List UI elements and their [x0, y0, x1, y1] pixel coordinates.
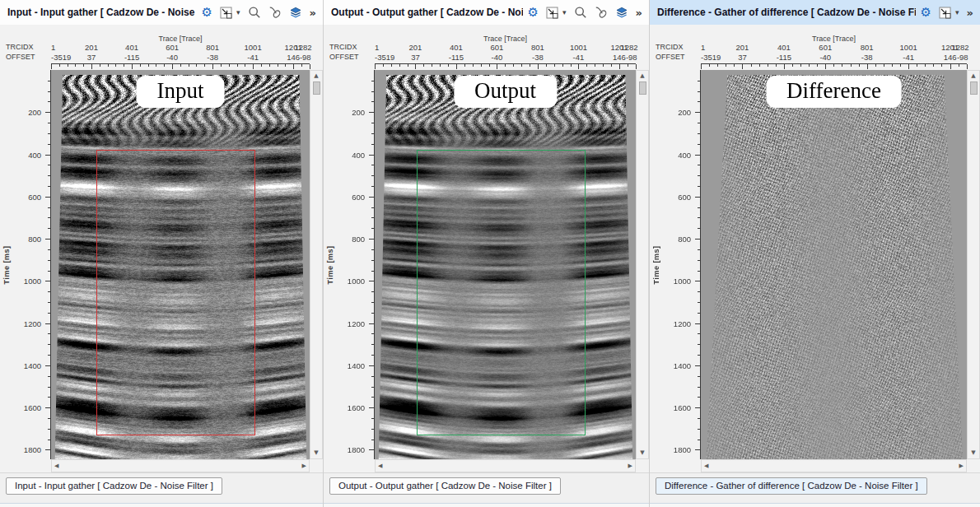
- time-tick-value: 400: [678, 151, 691, 160]
- trcidx-value: 1: [701, 43, 705, 52]
- horizontal-scrollbar[interactable]: ◀ ▶: [701, 459, 967, 472]
- layers-icon[interactable]: [615, 6, 628, 19]
- trcidx-value: 1001: [900, 43, 917, 52]
- gather-panel: Input - Input gather [ Cadzow De - Noise…: [0, 0, 324, 507]
- time-tick-value: 200: [28, 108, 41, 117]
- vertical-scrollbar[interactable]: ▲ ▼: [967, 70, 980, 459]
- trcidx-label: TRCIDX: [329, 43, 357, 51]
- overflow-chevron-icon[interactable]: »: [967, 7, 973, 18]
- offset-value: -3519: [375, 53, 394, 62]
- overflow-chevron-icon[interactable]: »: [636, 7, 642, 18]
- offset-value: -41: [903, 53, 914, 62]
- trcidx-value: 401: [450, 43, 463, 52]
- offset-row: OFFSET -351937-115-40-38-41146-98: [650, 53, 967, 62]
- selection-rectangle: [417, 150, 586, 435]
- zoom-icon[interactable]: [248, 6, 261, 19]
- tab-bar: Input - Input gather [ Cadzow De - Noise…: [0, 472, 323, 507]
- trcidx-value: 201: [409, 43, 422, 52]
- gather-tab[interactable]: Input - Input gather [ Cadzow De - Noise…: [6, 477, 222, 495]
- selection-rectangle: [96, 150, 255, 435]
- offset-value: -115: [449, 53, 464, 62]
- trcidx-value: 201: [85, 43, 98, 52]
- seismic-view[interactable]: Difference: [701, 70, 967, 459]
- gather-label: Output: [454, 76, 557, 108]
- offset-value: -3519: [701, 53, 721, 62]
- offset-value: -98: [957, 53, 968, 62]
- zoom-icon[interactable]: [574, 6, 587, 19]
- scroll-right-icon[interactable]: ▶: [302, 463, 306, 469]
- time-tick-value: 1800: [674, 445, 691, 454]
- gear-icon[interactable]: ⚙: [921, 7, 931, 19]
- scroll-left-icon[interactable]: ◀: [704, 463, 708, 469]
- scroll-down-icon[interactable]: ▼: [314, 450, 318, 456]
- offset-label: OFFSET: [656, 53, 685, 61]
- time-tick-value: 1800: [24, 445, 41, 454]
- gear-icon[interactable]: ⚙: [202, 7, 212, 19]
- horizontal-scrollbar[interactable]: ◀ ▶: [51, 459, 310, 472]
- offset-value: -38: [861, 53, 873, 62]
- trcidx-value: 1282: [294, 43, 311, 52]
- trcidx-value: 1282: [951, 43, 968, 52]
- trace-axis-title: Trace [Trace]: [375, 35, 636, 43]
- time-tick-value: 800: [28, 235, 41, 244]
- trcidx-value: 1001: [245, 43, 262, 52]
- scroll-up-icon[interactable]: ▲: [971, 73, 975, 79]
- offset-label: OFFSET: [329, 53, 359, 61]
- scroll-right-icon[interactable]: ▶: [959, 463, 964, 469]
- trace-axis-title: Trace [Trace]: [51, 35, 310, 43]
- offset-value: -40: [166, 53, 178, 62]
- trcidx-row: TRCIDX 1201401601801100112011282: [0, 43, 310, 52]
- tab-bar: Difference - Gather of difference [ Cadz…: [650, 472, 980, 507]
- trcidx-value: 801: [861, 43, 874, 52]
- horizontal-scrollbar[interactable]: ◀ ▶: [375, 459, 636, 472]
- time-tick-value: 1800: [348, 445, 365, 454]
- layers-icon[interactable]: [289, 6, 302, 19]
- scrollbar-thumb[interactable]: [313, 81, 320, 95]
- select-region-icon[interactable]: [546, 7, 558, 19]
- scroll-up-icon[interactable]: ▲: [314, 73, 318, 79]
- scroll-down-icon[interactable]: ▼: [971, 450, 975, 456]
- time-tick-value: 600: [352, 193, 365, 202]
- vertical-scrollbar[interactable]: ▲ ▼: [636, 70, 649, 459]
- scrollbar-thumb[interactable]: [970, 81, 978, 95]
- time-tick-value: 400: [352, 151, 365, 160]
- time-tick-value: 1400: [674, 361, 691, 370]
- time-tick-value: 1000: [674, 277, 691, 286]
- time-tick-value: 1000: [24, 277, 41, 286]
- pointer-tool-icon[interactable]: [268, 6, 282, 19]
- gather-label: Input: [137, 76, 225, 108]
- offset-value: -115: [777, 53, 791, 62]
- gather-tab[interactable]: Output - Output gather [ Cadzow De - Noi…: [329, 477, 561, 495]
- time-axis: Time [ms] 200400600800100012001400160018…: [650, 70, 701, 459]
- time-tick-value: 200: [352, 108, 365, 117]
- scroll-left-icon[interactable]: ◀: [378, 463, 382, 469]
- dropdown-caret-icon[interactable]: ▾: [240, 9, 240, 16]
- scrollbar-thumb[interactable]: [639, 81, 646, 95]
- seismic-view[interactable]: Output: [375, 70, 636, 459]
- scroll-down-icon[interactable]: ▼: [640, 450, 644, 456]
- panel-toolbar: ⚙▾»: [197, 6, 316, 19]
- data-column: Output ◀ ▶: [375, 70, 636, 472]
- dropdown-caret-icon[interactable]: ▾: [566, 9, 567, 16]
- time-axis-label: Time [ms]: [652, 245, 660, 284]
- vertical-scrollbar[interactable]: ▲ ▼: [310, 70, 323, 459]
- seismic-view[interactable]: Input: [51, 70, 310, 459]
- time-tick-value: 1200: [674, 319, 691, 328]
- scroll-left-icon[interactable]: ◀: [54, 463, 58, 469]
- select-region-icon[interactable]: [939, 7, 951, 19]
- trcidx-value: 201: [735, 43, 749, 52]
- offset-value: -40: [819, 53, 831, 62]
- time-tick-value: 800: [352, 235, 365, 244]
- scroll-up-icon[interactable]: ▲: [640, 73, 644, 79]
- gear-icon[interactable]: ⚙: [528, 7, 539, 19]
- trcidx-value: 801: [531, 43, 544, 52]
- scroll-right-icon[interactable]: ▶: [628, 463, 632, 469]
- pointer-tool-icon[interactable]: [595, 6, 608, 19]
- tab-bar: Output - Output gather [ Cadzow De - Noi…: [324, 472, 649, 507]
- select-region-icon[interactable]: [220, 7, 232, 19]
- offset-value: 37: [738, 53, 747, 62]
- gather-tab[interactable]: Difference - Gather of difference [ Cadz…: [656, 477, 927, 495]
- dropdown-caret-icon[interactable]: ▾: [959, 9, 959, 16]
- trcidx-value: 601: [166, 43, 179, 52]
- overflow-chevron-icon[interactable]: »: [310, 7, 316, 18]
